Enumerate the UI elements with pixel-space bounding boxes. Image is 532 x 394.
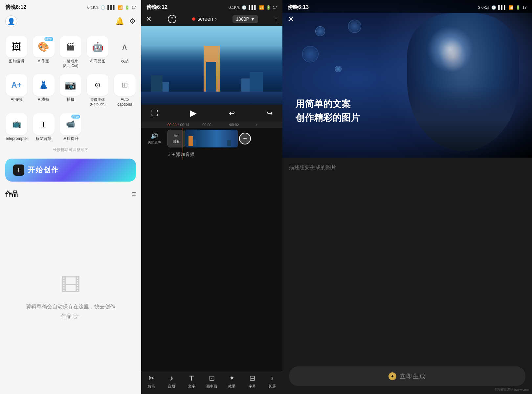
tool-label-ai-model: AI模特 [38, 97, 49, 102]
tool-icon-ai-model: 👗 [33, 74, 55, 96]
project-name: screen [197, 16, 213, 22]
status-time-1: 傍晚6:12 [5, 4, 26, 11]
battery-icon-3: 🔋 [516, 5, 521, 10]
bottom-toolbar: ✂ 剪辑 ♪ 音频 T 文字 ⊡ 画中画 ✦ 效果 ⊟ 字幕 › 长屏 [141, 371, 282, 394]
toolbar-cut[interactable]: ✂ 剪辑 [141, 374, 161, 389]
tracks-wrapper: 🔊 关闭原声 ✏ 封面 [141, 128, 282, 160]
auto-captions-icon: ⊞ [122, 81, 128, 89]
help-button[interactable]: ? [168, 15, 176, 23]
ai-input-section [282, 158, 532, 362]
video-clip[interactable] [185, 130, 238, 147]
current-time: 00:00 [167, 123, 177, 127]
tool-auto-captions[interactable]: ⊞ Auto captions [112, 72, 137, 109]
video-preview [141, 26, 282, 105]
generate-button[interactable]: ✦ 立即生成 [289, 366, 525, 386]
music-icon: ♪ [170, 374, 173, 383]
track-controls-video: 🔊 关闭原声 [141, 132, 167, 145]
status-time-3: 傍晚6:13 [288, 4, 309, 11]
free-badge-enhance: Free [71, 115, 80, 119]
tool-label-collapse: 收起 [121, 59, 129, 64]
undo-button[interactable]: ↩ [229, 109, 235, 118]
timeline-tracks: 🔊 关闭原声 ✏ 封面 [141, 128, 282, 160]
signal-icon-3: ▌▌▌ [498, 5, 507, 10]
tool-ai-product[interactable]: 🤖 AI商品图 [85, 34, 110, 70]
status-icons-1: 0.1K/s 🕐 ▌▌▌ 📶 🔋 17 [87, 5, 136, 10]
works-sort-icon[interactable]: ≡ [132, 190, 136, 198]
tool-icon-ai-poster: A+ [6, 74, 27, 96]
resolution-label: 1080P ▼ [236, 16, 255, 22]
close-button[interactable]: ✕ [146, 15, 152, 23]
ai-figure [374, 13, 532, 158]
network-speed-3: 3.0K/s [478, 5, 489, 10]
add-clip-button[interactable]: + [239, 133, 251, 144]
toolbar-cut-label: 剪辑 [148, 384, 155, 389]
fullscreen-button[interactable]: ⛶ [151, 109, 158, 118]
timeline-ruler: 00:00 / 00:14 00:00 • 00:02 • [141, 121, 282, 128]
watermark: ©云剪辑绑标 jrzyw.com [495, 387, 529, 392]
ruler-t1: 00:02 [230, 123, 256, 127]
mute-button[interactable]: 🔊 关闭原声 [148, 132, 161, 145]
tool-ai-model[interactable]: 👗 AI模特 [31, 72, 56, 109]
ai-prompt-input[interactable] [289, 164, 525, 289]
redo-button[interactable]: ↪ [267, 109, 273, 118]
ai-poster-icon: A+ [11, 80, 22, 90]
close-button-3[interactable]: ✕ [288, 14, 294, 24]
clip-building-2 [193, 140, 196, 146]
toolbar-audio[interactable]: ♪ 音频 [161, 374, 181, 389]
tool-icon-auto-captions: ⊞ [114, 74, 136, 96]
tool-ai-draw[interactable]: 🎨 Free AI作图 [31, 34, 56, 70]
toolbar-pip-label: 画中画 [206, 384, 217, 389]
enhance-icon: 📹 [66, 120, 75, 128]
text-icon: T [189, 374, 194, 383]
tool-label-retouch: 美颜美体(Retouch) [90, 97, 105, 107]
tool-label-ai-draw: AI作图 [38, 59, 49, 64]
ruler-t0: 00:00 [202, 123, 229, 127]
tool-label-photo-edit: 图片编辑 [9, 59, 24, 64]
tool-teleprompter[interactable]: 📺 Teleprompter [4, 111, 29, 143]
avatar[interactable]: 👤 [5, 15, 17, 27]
battery-icon: 🔋 [125, 5, 130, 10]
camera-icon: 📷 [65, 79, 76, 90]
settings-icon[interactable]: ⚙ [129, 17, 136, 26]
tool-collapse[interactable]: ∧ 收起 [112, 34, 137, 70]
clock-icon: 🕐 [100, 5, 105, 10]
tool-camera[interactable]: 📷 拍摄 [58, 72, 83, 109]
notification-icon[interactable]: 🔔 [115, 17, 124, 26]
film-icon: 🎞 [61, 274, 80, 297]
tool-label-autocut: 一键成片(AutoCut) [63, 59, 78, 68]
top-right-icons: 🔔 ⚙ [115, 17, 136, 26]
water-reflection [141, 92, 282, 105]
export-button[interactable]: ↑ [274, 15, 278, 23]
face-glow [440, 39, 466, 72]
chevron-up-icon: ∧ [121, 41, 128, 52]
toolbar-text[interactable]: T 文字 [182, 374, 202, 389]
create-button[interactable]: + 开始创作 [5, 159, 136, 182]
status-bar-3: 傍晚6:13 3.0K/s 🕐 ▌▌▌ 📶 🔋 17 [282, 0, 532, 13]
status-icons-3: 3.0K/s 🕐 ▌▌▌ 📶 🔋 17 [478, 5, 527, 10]
toolbar-more[interactable]: › 长屏 [262, 374, 282, 389]
toolbar-effects[interactable]: ✦ 效果 [222, 374, 242, 389]
toolbar-more-label: 长屏 [269, 384, 276, 389]
tool-icon-retouch: ⊙ [87, 74, 108, 96]
tool-enhance[interactable]: 📹 Free 画质提升 [58, 111, 83, 143]
clock-icon-3: 🕐 [491, 5, 496, 10]
tool-icon-ai-draw: 🎨 Free [33, 36, 55, 57]
hero-image: 用简单的文案 创作精彩的图片 [282, 0, 532, 158]
resolution-button[interactable]: 1080P ▼ [233, 15, 258, 23]
tool-icon-remove-bg: ◫ [33, 113, 55, 135]
play-button[interactable]: ▶ [190, 108, 197, 118]
tool-icon-ai-product: 🤖 [87, 36, 108, 57]
tool-retouch[interactable]: ⊙ 美颜美体(Retouch) [85, 72, 110, 109]
status-icons-2: 0.1K/s 🕐 ▌▌▌ 📶 🔋 17 [229, 5, 277, 10]
toolbar-pip[interactable]: ⊡ 画中画 [202, 374, 222, 389]
tool-autocut[interactable]: 🎬 一键成片(AutoCut) [58, 34, 83, 70]
ai-draw-icon: 🎨 [38, 41, 49, 52]
tool-photo-edit[interactable]: 🖼 图片编辑 [4, 34, 29, 70]
tool-ai-poster[interactable]: A+ AI海报 [4, 72, 29, 109]
add-audio-row[interactable]: ♪ + 添加音频 [141, 149, 282, 160]
clock-icon-2: 🕐 [242, 5, 247, 10]
user-icon: 👤 [7, 17, 15, 25]
bubble-2 [302, 46, 319, 62]
toolbar-subtitles[interactable]: ⊟ 字幕 [242, 374, 262, 389]
tool-remove-bg[interactable]: ◫ 移除背景 [31, 111, 56, 143]
